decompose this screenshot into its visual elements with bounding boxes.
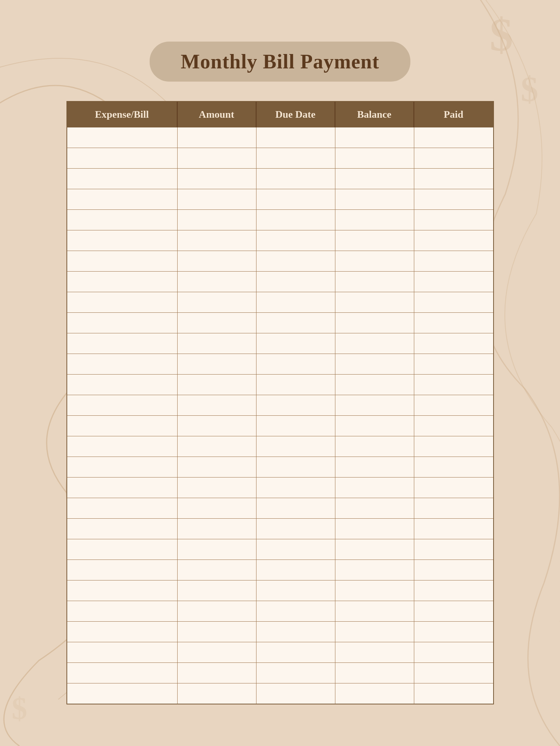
table-cell[interactable] [178, 601, 256, 621]
table-cell[interactable] [67, 148, 178, 168]
table-cell[interactable] [256, 230, 335, 251]
table-cell[interactable] [256, 313, 335, 333]
table-cell[interactable] [67, 313, 178, 333]
table-cell[interactable] [335, 560, 414, 580]
table-row[interactable] [67, 457, 493, 478]
table-cell[interactable] [256, 169, 335, 189]
table-cell[interactable] [67, 292, 178, 312]
table-cell[interactable] [256, 601, 335, 621]
table-cell[interactable] [178, 127, 256, 148]
table-cell[interactable] [414, 622, 493, 642]
table-cell[interactable] [67, 642, 178, 662]
table-cell[interactable] [256, 375, 335, 395]
table-cell[interactable] [67, 416, 178, 436]
table-cell[interactable] [67, 436, 178, 457]
table-cell[interactable] [256, 333, 335, 354]
table-cell[interactable] [178, 580, 256, 601]
table-cell[interactable] [256, 457, 335, 477]
table-cell[interactable] [414, 436, 493, 457]
table-cell[interactable] [256, 395, 335, 415]
table-cell[interactable] [178, 560, 256, 580]
table-cell[interactable] [178, 313, 256, 333]
table-cell[interactable] [256, 663, 335, 683]
table-cell[interactable] [178, 395, 256, 415]
table-cell[interactable] [414, 251, 493, 271]
table-cell[interactable] [256, 251, 335, 271]
table-cell[interactable] [414, 189, 493, 209]
table-cell[interactable] [414, 457, 493, 477]
table-cell[interactable] [414, 354, 493, 374]
table-cell[interactable] [414, 169, 493, 189]
table-cell[interactable] [414, 498, 493, 518]
table-cell[interactable] [67, 354, 178, 374]
table-cell[interactable] [335, 683, 414, 704]
table-cell[interactable] [67, 210, 178, 230]
table-row[interactable] [67, 436, 493, 457]
table-cell[interactable] [414, 478, 493, 498]
table-row[interactable] [67, 148, 493, 169]
table-cell[interactable] [178, 457, 256, 477]
table-cell[interactable] [256, 683, 335, 704]
table-cell[interactable] [335, 498, 414, 518]
table-cell[interactable] [335, 272, 414, 292]
table-row[interactable] [67, 601, 493, 622]
table-cell[interactable] [335, 478, 414, 498]
table-cell[interactable] [67, 601, 178, 621]
table-row[interactable] [67, 539, 493, 560]
table-cell[interactable] [335, 375, 414, 395]
table-cell[interactable] [414, 519, 493, 539]
table-cell[interactable] [414, 210, 493, 230]
table-cell[interactable] [335, 519, 414, 539]
table-cell[interactable] [67, 663, 178, 683]
table-cell[interactable] [256, 416, 335, 436]
table-cell[interactable] [414, 333, 493, 354]
table-cell[interactable] [67, 127, 178, 148]
table-cell[interactable] [335, 457, 414, 477]
table-cell[interactable] [256, 127, 335, 148]
table-cell[interactable] [256, 539, 335, 560]
table-cell[interactable] [335, 416, 414, 436]
table-cell[interactable] [414, 560, 493, 580]
table-cell[interactable] [414, 230, 493, 251]
table-row[interactable] [67, 663, 493, 683]
table-cell[interactable] [178, 498, 256, 518]
table-cell[interactable] [335, 210, 414, 230]
table-cell[interactable] [414, 127, 493, 148]
table-cell[interactable] [256, 148, 335, 168]
table-cell[interactable] [335, 148, 414, 168]
table-cell[interactable] [335, 230, 414, 251]
table-cell[interactable] [67, 519, 178, 539]
table-cell[interactable] [178, 333, 256, 354]
table-row[interactable] [67, 375, 493, 395]
table-cell[interactable] [178, 663, 256, 683]
table-cell[interactable] [335, 601, 414, 621]
table-row[interactable] [67, 560, 493, 580]
table-cell[interactable] [67, 375, 178, 395]
table-row[interactable] [67, 478, 493, 498]
table-cell[interactable] [256, 580, 335, 601]
table-cell[interactable] [256, 622, 335, 642]
table-row[interactable] [67, 169, 493, 189]
table-cell[interactable] [67, 457, 178, 477]
table-cell[interactable] [67, 251, 178, 271]
table-cell[interactable] [178, 642, 256, 662]
table-cell[interactable] [414, 683, 493, 704]
table-cell[interactable] [178, 539, 256, 560]
table-cell[interactable] [178, 478, 256, 498]
table-cell[interactable] [335, 313, 414, 333]
table-cell[interactable] [67, 230, 178, 251]
table-cell[interactable] [67, 560, 178, 580]
table-row[interactable] [67, 251, 493, 272]
table-cell[interactable] [67, 498, 178, 518]
table-cell[interactable] [178, 272, 256, 292]
table-row[interactable] [67, 292, 493, 313]
table-row[interactable] [67, 127, 493, 148]
table-cell[interactable] [335, 539, 414, 560]
table-cell[interactable] [67, 622, 178, 642]
table-row[interactable] [67, 498, 493, 519]
table-cell[interactable] [178, 251, 256, 271]
table-row[interactable] [67, 395, 493, 416]
table-row[interactable] [67, 416, 493, 436]
table-cell[interactable] [335, 395, 414, 415]
table-row[interactable] [67, 622, 493, 642]
